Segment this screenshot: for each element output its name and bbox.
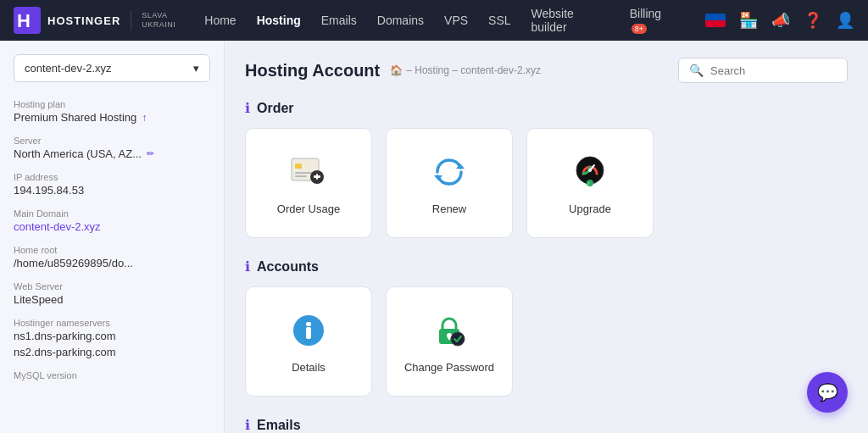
chevron-down-icon: ▾ [193,62,199,75]
logo-text: HOSTINGER [47,14,120,27]
ip-value: 194.195.84.53 [14,184,210,197]
hosting-plan-label: Hosting plan [14,99,210,109]
svg-point-22 [451,332,465,346]
upgrade-label: Upgrade [569,203,611,215]
nav-domains[interactable]: Domains [369,8,432,32]
language-flag[interactable] [705,14,726,27]
svg-rect-8 [316,174,318,180]
svg-rect-5 [295,175,307,177]
homeroot-label: Home root [14,245,210,255]
user-icon[interactable]: 👤 [836,11,854,30]
megaphone-icon[interactable]: 📣 [771,11,790,30]
homeroot-value: /home/u859269895/do... [14,257,210,269]
domain-value[interactable]: content-dev-2.xyz [14,220,210,233]
upgrade-card[interactable]: ↑ Upgrade [526,128,654,238]
navbar: H HOSTINGER SLAVA UKRAINI Home Hosting E… [0,0,868,41]
svg-rect-17 [306,327,311,339]
main-layout: content-dev-2.xyz ▾ Hosting plan Premium… [0,41,868,433]
page-title: Hosting Account [245,61,380,80]
domain-label: Main Domain [14,208,210,219]
svg-text:↑: ↑ [587,180,591,186]
nav-emails[interactable]: Emails [313,8,365,32]
page-header: Hosting Account 🏠 – Hosting – content-de… [245,58,848,83]
hostinger-logo-icon: H [14,7,41,34]
slava-ukraini: SLAVA UKRAINI [142,11,175,30]
help-icon[interactable]: ❓ [804,11,822,30]
info-icon-order: ℹ [245,100,250,116]
account-dropdown[interactable]: content-dev-2.xyz ▾ [14,54,210,82]
hosting-plan-value: Premium Shared Hosting ↑ [14,111,210,124]
billing-badge: 8+ [632,24,647,34]
accounts-cards: Details Change Password [245,286,848,397]
store-icon[interactable]: 🏪 [739,11,758,30]
order-usage-icon [288,152,329,192]
nav-billing[interactable]: Billing8+ [621,2,685,39]
change-password-card[interactable]: Change Password [386,286,513,397]
search-icon: 🔍 [689,64,704,77]
chat-bubble-button[interactable]: 💬 [807,372,848,413]
svg-rect-4 [295,172,312,174]
mysql-label: MySQL version [14,370,210,380]
logo: H HOSTINGER SLAVA UKRAINI [14,7,175,34]
navbar-right: 🏪 📣 ❓ 👤 [705,11,854,30]
nav-home[interactable]: Home [196,8,244,32]
ip-label: IP address [14,172,210,182]
content-area: Hosting Account 🏠 – Hosting – content-de… [225,41,868,433]
nameservers-label: Hostinger nameservers [14,318,210,328]
renew-icon [429,152,470,192]
nav-links: Home Hosting Emails Domains VPS SSL Webs… [196,2,685,39]
search-box[interactable]: 🔍 [678,58,848,83]
breadcrumb-path: – Hosting – content-dev-2.xyz [406,64,541,76]
details-icon [288,310,329,351]
upgrade-icon: ↑ [570,152,610,192]
change-password-label: Change Password [404,361,494,374]
details-label: Details [292,361,326,374]
info-icon-emails: ℹ [245,417,250,433]
server-value: North America (USA, AZ... ✏ [14,147,210,160]
dropdown-value: content-dev-2.xyz [25,62,112,75]
logo-divider [131,10,131,31]
svg-point-13 [588,169,592,172]
renew-card[interactable]: Renew [386,128,513,238]
breadcrumb-home-icon: 🏠 [390,64,403,76]
nameserver2-value: ns2.dns-parking.com [14,346,210,358]
emails-section-header: ℹ Emails [245,417,848,433]
emails-section-title: Emails [257,418,301,433]
webserver-label: Web Server [14,281,210,291]
webserver-value: LiteSpeed [14,293,210,306]
edit-icon[interactable]: ✏ [147,148,154,159]
nav-website-builder[interactable]: Website builder [523,2,618,39]
chat-icon: 💬 [817,382,838,402]
upgrade-icon[interactable]: ↑ [142,112,147,124]
details-card[interactable]: Details [245,286,372,397]
nav-hosting[interactable]: Hosting [248,8,309,32]
order-cards: Order Usage Renew [245,128,848,238]
order-usage-label: Order Usage [277,203,340,215]
change-password-icon [429,310,470,351]
server-label: Server [14,136,210,146]
order-section-header: ℹ Order [245,100,848,116]
order-section-title: Order [257,101,294,116]
info-icon-accounts: ℹ [245,258,250,275]
nav-vps[interactable]: VPS [436,8,476,32]
nameserver1-value: ns1.dns-parking.com [14,330,210,342]
page-header-left: Hosting Account 🏠 – Hosting – content-de… [245,61,541,80]
order-usage-card[interactable]: Order Usage [245,128,372,238]
sidebar: content-dev-2.xyz ▾ Hosting plan Premium… [0,41,225,433]
svg-text:H: H [17,10,31,31]
breadcrumb: 🏠 – Hosting – content-dev-2.xyz [390,64,541,76]
svg-rect-3 [295,164,302,169]
accounts-section-header: ℹ Accounts [245,258,848,275]
accounts-section-title: Accounts [257,259,319,275]
search-input[interactable] [710,64,837,77]
svg-rect-21 [448,336,451,340]
renew-label: Renew [432,203,466,215]
nav-ssl[interactable]: SSL [480,8,519,32]
svg-rect-18 [306,322,311,326]
